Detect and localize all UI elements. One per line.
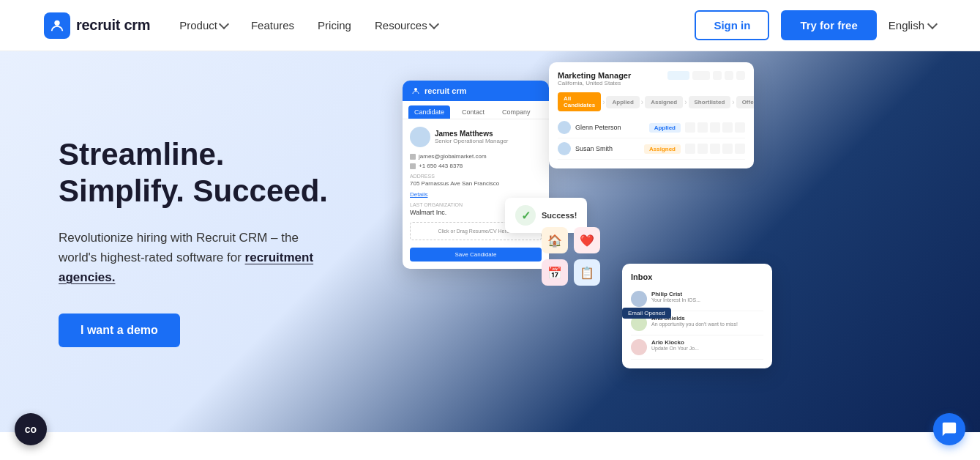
address-label: ADDRESS xyxy=(410,174,542,179)
address-text: 705 Parnassus Ave San Francisco xyxy=(410,180,542,187)
inbox-row-3: Arlo Klocko Update On Your Jo... xyxy=(631,335,763,360)
step-all-candidates[interactable]: All Candidates xyxy=(558,92,601,111)
pipeline-card: Marketing Manager California, United Sta… xyxy=(549,62,754,168)
card-brand: recruit crm xyxy=(424,86,466,95)
co-icon-button[interactable]: co xyxy=(15,413,47,445)
icon-row-2: 📅 📋 xyxy=(542,259,600,286)
crm-main-card: recruit crm Candidate Contact Company Ja… xyxy=(403,81,549,269)
phone-row: +1 650 443 8378 xyxy=(410,163,542,169)
logo-icon xyxy=(44,12,70,39)
candidate-info: James Matthews Senior Operational Manage… xyxy=(410,127,542,147)
header: recruit crm Product Features Pricing Res… xyxy=(0,0,980,51)
header-right: Sign in Try for free English xyxy=(695,10,936,40)
card-tabs: Candidate Contact Company xyxy=(403,101,549,119)
tab-candidate[interactable]: Candidate xyxy=(408,105,450,119)
phone-icon xyxy=(410,163,416,169)
pipeline-actions-2 xyxy=(685,144,745,154)
svg-point-0 xyxy=(54,20,59,25)
signin-button[interactable]: Sign in xyxy=(695,10,769,40)
inbox-msg-2: An opportunity you don't want to miss! xyxy=(651,322,738,327)
logo-text: recruit crm xyxy=(76,17,150,34)
pipeline-name-2: Susan Smith xyxy=(575,145,613,152)
avatar xyxy=(558,121,571,134)
icon-buttons: 🏠 ❤️ 📅 📋 xyxy=(542,227,600,286)
heart-icon-btn[interactable]: ❤️ xyxy=(574,227,600,253)
email-opened-badge: Email Opened xyxy=(622,308,671,319)
nav-resources[interactable]: Resources xyxy=(375,19,438,31)
pipeline-name-1: Glenn Peterson xyxy=(575,124,621,131)
trusted-section: Trusted by recruitment firms across 100+… xyxy=(0,432,980,460)
checkmark-icon: ✓ xyxy=(521,209,531,223)
email-icon xyxy=(410,154,416,160)
inbox-name-1: Philip Crist xyxy=(651,291,700,297)
nav-features[interactable]: Features xyxy=(251,19,294,31)
language-selector[interactable]: English xyxy=(889,19,936,31)
logo[interactable]: recruit crm xyxy=(44,12,150,39)
pipeline-steps: All Candidates › Applied › Assigned › Sh… xyxy=(558,92,745,111)
email-text: james@globalmarket.com xyxy=(419,153,487,160)
candidate-name: James Matthews xyxy=(435,130,509,138)
pipeline-row-1: Glenn Peterson Applied xyxy=(558,117,745,138)
hero-title: Streamline. Simplify. Succeed. xyxy=(59,136,337,210)
hero-subtitle: Revolutionize hiring with Recruit CRM – … xyxy=(59,228,337,288)
pipeline-badge-2: Assigned xyxy=(644,144,681,154)
inbox-msg-3: Update On Your Jo... xyxy=(651,346,699,351)
header-left: recruit crm Product Features Pricing Res… xyxy=(44,12,438,39)
calendar-icon-btn[interactable]: 📅 xyxy=(542,259,568,286)
avatar xyxy=(631,291,647,307)
chevron-down-icon xyxy=(219,19,229,29)
inbox-title: Inbox xyxy=(631,272,763,281)
avatar xyxy=(558,142,571,155)
inbox-msg-1: Your Interest In IOS... xyxy=(651,297,700,303)
avatar xyxy=(410,127,430,147)
chat-bubble-button[interactable] xyxy=(933,413,965,445)
card-header: recruit crm xyxy=(403,81,549,101)
demo-button[interactable]: I want a demo xyxy=(59,314,180,347)
clipboard-icon-btn[interactable]: 📋 xyxy=(574,259,600,286)
avatar xyxy=(631,339,647,355)
email-row: james@globalmarket.com xyxy=(410,153,542,160)
chevron-down-icon xyxy=(429,19,439,29)
try-free-button[interactable]: Try for free xyxy=(781,10,876,40)
hero-section: Streamline. Simplify. Succeed. Revolutio… xyxy=(0,51,980,432)
main-nav: Product Features Pricing Resources xyxy=(179,19,437,31)
step-shortlisted[interactable]: Shortlisted xyxy=(689,96,731,108)
card-body: James Matthews Senior Operational Manage… xyxy=(403,119,549,269)
nav-product[interactable]: Product xyxy=(179,19,228,31)
hero-visuals: recruit crm Candidate Contact Company Ja… xyxy=(381,51,980,432)
home-icon-btn[interactable]: 🏠 xyxy=(542,227,568,253)
pipeline-actions-1 xyxy=(685,122,745,133)
nav-pricing[interactable]: Pricing xyxy=(318,19,351,31)
candidate-role: Senior Operational Manager xyxy=(435,138,509,144)
icon-row-1: 🏠 ❤️ xyxy=(542,227,600,253)
pipeline-header: Marketing Manager California, United Sta… xyxy=(558,71,745,86)
chevron-down-icon xyxy=(927,19,938,29)
hero-content: Streamline. Simplify. Succeed. Revolutio… xyxy=(0,92,381,391)
step-assigned[interactable]: Assigned xyxy=(645,96,683,108)
pipeline-title: Marketing Manager xyxy=(558,71,631,80)
step-applied[interactable]: Applied xyxy=(606,96,639,108)
tab-contact[interactable]: Contact xyxy=(456,105,490,119)
success-text: Success! xyxy=(542,211,577,220)
tab-company[interactable]: Company xyxy=(496,105,536,119)
step-offered[interactable]: Offered xyxy=(736,96,754,108)
pipeline-badge-1: Applied xyxy=(649,123,681,133)
details-link[interactable]: Details xyxy=(410,191,542,198)
save-candidate-button[interactable]: Save Candidate xyxy=(410,248,542,261)
check-circle: ✓ xyxy=(515,205,536,226)
pipeline-location: California, United States xyxy=(558,80,631,86)
svg-point-1 xyxy=(414,88,417,91)
pipeline-row-2: Susan Smith Assigned xyxy=(558,138,745,160)
phone-text: +1 650 443 8378 xyxy=(419,163,463,169)
inbox-name-3: Arlo Klocko xyxy=(651,339,699,346)
